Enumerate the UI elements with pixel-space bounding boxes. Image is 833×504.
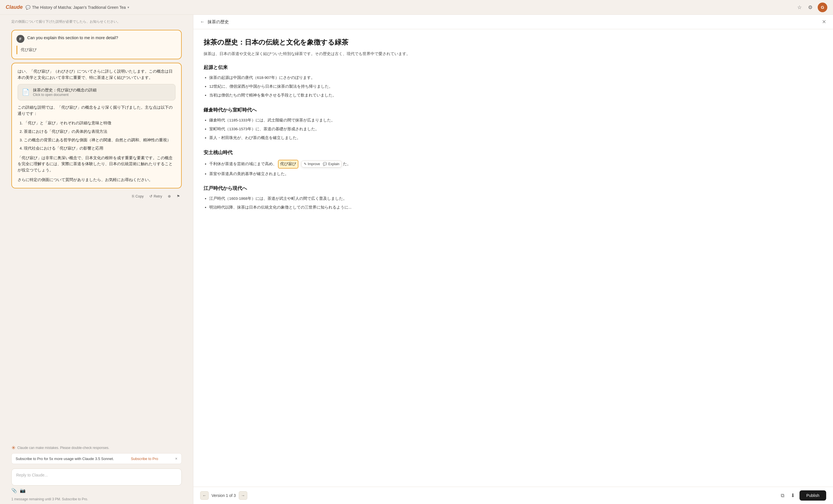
section-title-1: 起源と伝来: [204, 64, 823, 71]
copy-label: Copy: [136, 194, 144, 198]
subscribe-close-button[interactable]: ×: [175, 456, 177, 461]
publish-button[interactable]: Publish: [800, 490, 826, 501]
doc-footer-actions: ⧉ ⬇ Publish: [779, 490, 826, 501]
scroll-hint: 定の側面について掘り下げた説明が必要でしたら、お知らせください。: [11, 19, 182, 26]
section-list-4: 江戸時代（1603-1868年）には、茶道が武士や町人の間で広く普及しました。 …: [204, 196, 823, 211]
section-list-1: 抹茶の起源は中国の唐代（618-907年）にさかのぼります。 12世紀に、僧侶栄…: [204, 75, 823, 99]
doc-card-link[interactable]: 📄 抹茶の歴史：侘び寂びの概念の詳細 Click to open documen…: [18, 84, 175, 100]
flag-icon: ⚑: [176, 194, 180, 198]
attach-button[interactable]: 📎: [11, 488, 17, 493]
explain-label: Explain: [328, 162, 339, 166]
bottom-info: ✳ Claude can make mistakes. Please doubl…: [0, 443, 193, 453]
doc-card-text: 抹茶の歴史：侘び寂びの概念の詳細 Click to open document: [33, 88, 97, 97]
header-title-bar: 💬 The History of Matcha: Japan's Traditi…: [26, 5, 129, 10]
input-actions: 📎 📷: [11, 488, 182, 493]
add-button[interactable]: ⊕: [166, 193, 173, 200]
download-doc-button[interactable]: ⬇: [789, 491, 797, 500]
copy-doc-button[interactable]: ⧉: [779, 492, 786, 500]
list-item: この概念の背景にある哲学的な側面（禅との関連、自然との調和、精神性の重視）: [24, 137, 175, 143]
app-header: Claude 💬 The History of Matcha: Japan's …: [0, 0, 833, 15]
asterisk-icon: ✳: [11, 445, 16, 451]
improve-button[interactable]: ✎ Improve: [304, 162, 320, 166]
retry-label: Retry: [153, 194, 162, 198]
chat-icon: 💬: [26, 5, 30, 10]
doc-main-title: 抹茶の歴史：日本の伝統と文化を象徴する緑茶: [204, 38, 823, 47]
version-next-button[interactable]: →: [239, 491, 247, 500]
list-item: 12世紀に、僧侶栄西が中国から日本に抹茶の製法を持ち帰りました。: [209, 83, 823, 90]
subscribe-link[interactable]: Subscribe to Pro: [131, 457, 158, 461]
copy-icon: ⎘: [132, 194, 134, 198]
list-item: 茶室や茶道具の美的基準が確立されました。: [209, 171, 823, 177]
ai-list: 「侘び」と「寂び」それぞれの詳細な意味と特徴 茶道における「侘び寂び」の具体的な…: [18, 120, 175, 151]
explain-icon: 💬: [323, 162, 327, 166]
section-list-2: 鎌倉時代（1185-1333年）には、武士階級の間で抹茶が広まりました。 室町時…: [204, 117, 823, 141]
user-avatar: F: [17, 35, 24, 43]
version-prev-button[interactable]: ←: [200, 491, 209, 500]
ai-response-bubble: はい、「侘び寂び」（わびさび）についてさらに詳しく説明いたします。この概念は日本…: [11, 63, 182, 188]
section-title-3: 安土桃山時代: [204, 149, 823, 156]
input-box[interactable]: Reply to Claude...: [11, 469, 182, 485]
header-left: Claude 💬 The History of Matcha: Japan's …: [6, 4, 129, 10]
avatar[interactable]: G: [818, 3, 827, 12]
ai-summary-text: この詳細な説明では、「侘び寂び」の概念をより深く掘り下げました。主な点は以下の通…: [18, 104, 175, 117]
action-row: ⎘ Copy ↺ Retry ⊕ ⚑: [11, 192, 182, 201]
settings-icon-button[interactable]: ⚙: [807, 3, 814, 11]
improve-icon: ✎: [304, 162, 307, 166]
doc-close-button[interactable]: ✕: [822, 19, 826, 25]
main-layout: 定の側面について掘り下げた説明が必要でしたら、お知らせください。 F Can y…: [0, 15, 833, 504]
highlight-prefix: 千利休が茶道を芸術の域にまで高め、: [209, 162, 277, 166]
ai-intro-text: はい、「侘び寂び」（わびさび）についてさらに詳しく説明いたします。この概念は日本…: [18, 68, 175, 81]
doc-footer: ← Version 1 of 3 → ⧉ ⬇ Publish: [193, 487, 833, 504]
chevron-down-icon[interactable]: ▾: [127, 5, 129, 9]
section-title-2: 鎌倉時代から室町時代へ: [204, 107, 823, 113]
list-item: 江戸時代（1603-1868年）には、茶道が武士や町人の間で広く普及しました。: [209, 196, 823, 202]
list-item: 茶道における「侘び寂び」の具体的な表現方法: [24, 129, 175, 135]
doc-panel-header: ← 抹茶の歴史 ✕: [193, 15, 833, 29]
doc-section-kamakura: 鎌倉時代から室町時代へ 鎌倉時代（1185-1333年）には、武士階級の間で抹茶…: [204, 107, 823, 141]
quoted-text: 侘び寂び: [17, 46, 176, 54]
list-item: 鎌倉時代（1185-1333年）には、武士階級の間で抹茶が広まりました。: [209, 117, 823, 124]
doc-content: 抹茶の歴史：日本の伝統と文化を象徴する緑茶 抹茶は、日本の茶道や文化と深く結びつ…: [193, 29, 833, 487]
list-item: 室町時代（1336-1573年）に、茶道の基礎が形成されました。: [209, 126, 823, 132]
add-icon: ⊕: [168, 194, 171, 198]
document-icon: 📄: [22, 89, 29, 96]
camera-button[interactable]: 📷: [20, 488, 26, 493]
model-footer: 1 message remaining until 3 PM. Subscrib…: [0, 496, 193, 504]
subscribe-banner: Subscribe to Pro for 5x more usage with …: [11, 453, 182, 464]
ai-conclusion-text: 「侘び寂び」は非常に奥深い概念で、日本文化の根幹を成す重要な要素です。この概念を…: [18, 155, 175, 173]
list-item: 明治時代以降、抹茶は日本の伝統文化の象徴としての三世界に知られるように...: [209, 204, 823, 211]
document-panel: ← 抹茶の歴史 ✕ 抹茶の歴史：日本の伝統と文化を象徴する緑茶 抹茶は、日本の茶…: [193, 15, 833, 504]
doc-section-edo: 江戸時代から現代へ 江戸時代（1603-1868年）には、茶道が武士や町人の間で…: [204, 185, 823, 211]
copy-button[interactable]: ⎘ Copy: [130, 193, 145, 200]
subscribe-text: Subscribe to Pro for 5x more usage with …: [16, 457, 114, 461]
doc-intro: 抹茶は、日本の茶道や文化と深く結びついた特別な緑茶です。その歴史は古く、現代でも…: [204, 51, 823, 57]
version-nav: ← Version 1 of 3 →: [200, 491, 247, 500]
chat-input-area: Reply to Claude... 📎 📷: [0, 466, 193, 496]
list-item: 「侘び」と「寂び」それぞれの詳細な意味と特徴: [24, 120, 175, 126]
highlight-actions-popup: ✎ Improve 💬 Explain: [301, 160, 342, 168]
star-button[interactable]: ☆: [796, 3, 803, 11]
explain-button[interactable]: 💬 Explain: [323, 162, 339, 166]
list-item: 抹茶の起源は中国の唐代（618-907年）にさかのぼります。: [209, 75, 823, 81]
section-list-3: 千利休が茶道を芸術の域にまで高め、 侘び寂び ✎ Improve 💬: [204, 160, 823, 177]
input-placeholder: Reply to Claude...: [16, 473, 177, 477]
retry-button[interactable]: ↺ Retry: [148, 193, 164, 200]
conversation-title: The History of Matcha: Japan's Tradition…: [32, 5, 126, 10]
list-item: 当初は僧侶たちの間で精神を集中させる手段として飲まれていました。: [209, 92, 823, 99]
doc-back-button[interactable]: ←: [200, 19, 205, 24]
input-action-left: 📎 📷: [11, 488, 26, 493]
list-item-highlight: 千利休が茶道を芸術の域にまで高め、 侘び寂び ✎ Improve 💬: [209, 160, 823, 169]
improve-label: Improve: [308, 162, 320, 166]
doc-card-title: 抹茶の歴史：侘び寂びの概念の詳細: [33, 88, 97, 93]
doc-section-origins: 起源と伝来 抹茶の起源は中国の唐代（618-907年）にさかのぼります。 12世…: [204, 64, 823, 99]
version-text: Version 1 of 3: [212, 493, 236, 498]
section-title-4: 江戸時代から現代へ: [204, 185, 823, 192]
highlighted-wabisabi: 侘び寂び: [278, 160, 299, 169]
chat-messages: 定の側面について掘り下げた説明が必要でしたら、お知らせください。 F Can y…: [0, 15, 193, 443]
user-message-bubble: F Can you explain this section to me in …: [11, 30, 182, 59]
highlight-suffix: た。: [343, 162, 351, 166]
flag-button[interactable]: ⚑: [175, 193, 182, 200]
doc-nav-left: ← 抹茶の歴史: [200, 19, 229, 25]
list-item: 茶人・村田珠光が、わび茶の概念を確立しました。: [209, 135, 823, 141]
chat-panel: 定の側面について掘り下げた説明が必要でしたら、お知らせください。 F Can y…: [0, 15, 193, 504]
